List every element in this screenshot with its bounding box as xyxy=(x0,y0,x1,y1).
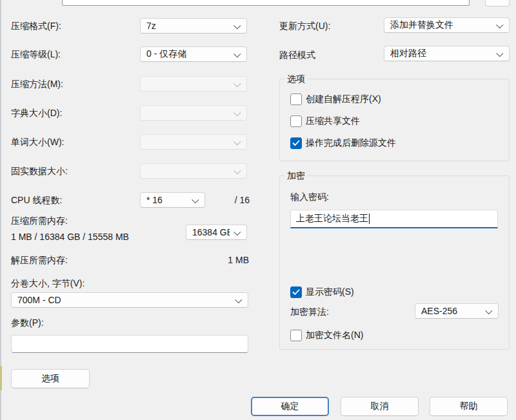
level-label: 压缩等级(L): xyxy=(11,48,61,61)
chevron-down-icon xyxy=(485,307,492,314)
cpu-threads-select[interactable]: * 16 xyxy=(140,192,205,208)
update-mode-select[interactable]: 添加并替换文件 xyxy=(384,17,510,33)
options-button-label: 选项 xyxy=(41,373,59,385)
chevron-down-icon xyxy=(233,228,241,235)
encryption-method-select[interactable]: AES-256 xyxy=(415,303,499,319)
cpu-threads-label: CPU 线程数: xyxy=(11,194,62,206)
volume-size-label: 分卷大小, 字节(V): xyxy=(11,277,84,290)
memory-decompress-value: 1 MB xyxy=(228,254,249,266)
volume-size-value: 700M - CD xyxy=(17,295,61,305)
checkbox-row-delete-after[interactable]: 操作完成后删除源文件 xyxy=(290,137,396,150)
encryption-method-value: AES-256 xyxy=(421,306,457,316)
volume-size-select[interactable]: 700M - CD xyxy=(11,292,248,308)
chevron-down-icon xyxy=(235,296,242,303)
format-value: 7z xyxy=(146,21,156,31)
path-mode-label: 路径模式 xyxy=(279,48,315,61)
cancel-button-label: 取消 xyxy=(371,401,389,412)
delete-after-label: 操作完成后删除源文件 xyxy=(306,137,396,149)
shared-files-checkbox[interactable] xyxy=(290,115,302,127)
checkbox-row-create-sfx[interactable]: 创建自解压程序(X) xyxy=(290,93,381,106)
chevron-down-icon xyxy=(233,109,241,116)
encrypt-names-label: 加密文件名(N) xyxy=(306,330,363,341)
password-input[interactable]: 上老王论坛当老王 xyxy=(290,210,498,228)
show-password-label: 显示密码(S) xyxy=(306,286,354,298)
chevron-down-icon xyxy=(233,50,241,57)
ok-button-label: 确定 xyxy=(281,401,299,412)
delete-after-checkbox[interactable] xyxy=(290,137,302,149)
parameters-input[interactable] xyxy=(11,335,248,353)
encrypt-names-checkbox[interactable] xyxy=(290,330,302,341)
password-label: 输入密码: xyxy=(290,190,329,203)
create-sfx-label: 创建自解压程序(X) xyxy=(306,94,381,105)
chevron-down-icon xyxy=(233,22,241,29)
create-sfx-checkbox[interactable] xyxy=(290,94,302,105)
help-button-label: 帮助 xyxy=(460,401,478,412)
window-left-edge xyxy=(0,0,1,420)
level-value: 0 - 仅存储 xyxy=(146,48,186,60)
parameters-label: 参数(P): xyxy=(11,316,44,329)
memory-limit-value: 16384 GB xyxy=(192,227,230,237)
path-mode-value: 相对路径 xyxy=(390,48,426,59)
ok-button[interactable]: 确定 xyxy=(251,397,329,416)
dictionary-label: 字典大小(D): xyxy=(11,106,62,119)
method-select xyxy=(140,76,247,92)
level-select[interactable]: 0 - 仅存储 xyxy=(140,46,247,62)
word-size-select xyxy=(140,134,247,150)
options-group-title: 选项 xyxy=(284,73,308,85)
memory-compress-label: 压缩所需内存: xyxy=(11,214,68,227)
show-password-checkbox[interactable] xyxy=(290,286,302,298)
text-caret xyxy=(369,214,370,224)
memory-decompress-label: 解压所需内存: xyxy=(11,254,68,266)
solid-size-select xyxy=(140,163,247,179)
browse-button[interactable] xyxy=(485,0,510,6)
shared-files-label: 压缩共享文件 xyxy=(306,115,360,127)
checkbox-row-show-password[interactable]: 显示密码(S) xyxy=(290,286,354,299)
update-mode-value: 添加并替换文件 xyxy=(390,19,453,31)
cpu-threads-max: / 16 xyxy=(235,194,250,206)
chevron-down-icon xyxy=(233,80,241,87)
word-size-label: 单词大小(W): xyxy=(11,135,64,148)
checkbox-row-shared-files[interactable]: 压缩共享文件 xyxy=(290,115,360,128)
format-select[interactable]: 7z xyxy=(140,18,247,34)
background-window-sliver xyxy=(0,366,2,390)
memory-limit-select[interactable]: 16384 GB xyxy=(186,225,247,240)
options-button[interactable]: 选项 xyxy=(11,369,90,388)
chevron-down-icon xyxy=(233,167,241,174)
checkbox-row-encrypt-names[interactable]: 加密文件名(N) xyxy=(290,329,363,342)
add-to-archive-dialog: 压缩格式(F): 7z 压缩等级(L): 0 - 仅存储 压缩方法(M): 字典… xyxy=(0,0,516,420)
cancel-button[interactable]: 取消 xyxy=(341,397,419,416)
chevron-down-icon xyxy=(496,21,503,28)
memory-compress-detail: 1 MB / 16384 GB / 15558 MB xyxy=(11,230,129,243)
dictionary-select xyxy=(140,105,247,121)
cpu-threads-value: * 16 xyxy=(146,195,163,205)
chevron-down-icon xyxy=(233,138,241,145)
encryption-group-title: 加密 xyxy=(284,170,308,181)
solid-size-label: 固实数据大小: xyxy=(11,165,68,177)
chevron-down-icon xyxy=(496,50,503,57)
encryption-method-label: 加密算法: xyxy=(290,305,329,318)
password-value: 上老王论坛当老王 xyxy=(296,213,368,225)
path-mode-select[interactable]: 相对路径 xyxy=(384,46,510,61)
method-label: 压缩方法(M): xyxy=(11,77,63,90)
update-mode-label: 更新方式(U): xyxy=(279,19,330,32)
archive-name-input[interactable] xyxy=(62,0,470,6)
format-label: 压缩格式(F): xyxy=(11,19,61,32)
chevron-down-icon xyxy=(192,196,199,203)
help-button[interactable]: 帮助 xyxy=(430,397,508,416)
